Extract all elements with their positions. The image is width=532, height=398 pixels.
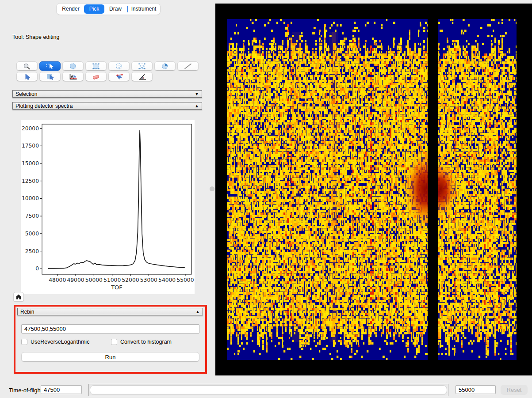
svg-text:17500: 17500	[22, 143, 39, 149]
pick-pixel-tool-button[interactable]	[16, 72, 38, 81]
magnifier-icon	[21, 63, 33, 70]
rebin-section-label: Rebin	[20, 309, 34, 315]
plotting-section-label: Plotting detector spectra	[15, 103, 73, 109]
time-of-flight-label: Time-of-flight	[9, 387, 42, 394]
instrument-view-window: Render Pick Draw Instrument Tool: Shape …	[0, 0, 532, 398]
edit-shape-tool-button[interactable]	[39, 61, 61, 71]
tab-pick[interactable]: Pick	[84, 4, 104, 14]
svg-text:15000: 15000	[22, 160, 39, 167]
svg-text:49000: 49000	[67, 277, 84, 283]
svg-text:θ: θ	[142, 76, 144, 80]
svg-text:52000: 52000	[122, 277, 139, 283]
peak-plot-icon	[67, 73, 79, 80]
tof-max-input[interactable]	[455, 385, 496, 394]
detector-bank-right[interactable]	[438, 19, 517, 360]
svg-text:10000: 10000	[22, 195, 39, 201]
dashed-ring-icon	[113, 63, 125, 70]
rebin-section: Rebin ▲ UseReverseLogarithmic Convert to…	[14, 305, 207, 374]
svg-text:20000: 20000	[22, 125, 39, 132]
panel-splitter-handle[interactable]	[210, 186, 214, 191]
draw-ellipse-ring-tool-button[interactable]	[108, 61, 130, 71]
tool-status-text: Tool: Shape editing	[12, 34, 59, 40]
draw-ellipse-tool-button[interactable]	[62, 61, 84, 71]
erase-peak-tool-button[interactable]	[85, 72, 107, 81]
rebin-params-input[interactable]	[21, 324, 199, 334]
checkbox-box[interactable]	[111, 339, 117, 345]
svg-text:50000: 50000	[85, 277, 103, 283]
svg-text:54000: 54000	[158, 277, 176, 283]
eraser-icon	[90, 73, 102, 80]
edit-shape-cursor-icon	[44, 63, 56, 70]
angle-theta-icon: θ	[136, 73, 148, 80]
collapse-arrow-icon: ▼	[195, 91, 199, 96]
view-tabbar: Render Pick Draw Instrument	[57, 4, 160, 15]
checkbox-label: Convert to histogram	[120, 339, 172, 345]
spectrum-plot[interactable]: 0250050007500100001250015000175002000048…	[21, 120, 195, 294]
draw-free-tool-button[interactable]	[177, 61, 199, 71]
draw-rectangle-ring-tool-button[interactable]	[131, 61, 153, 71]
tab-draw[interactable]: Draw	[104, 4, 126, 14]
add-peak-tool-button[interactable]	[62, 72, 84, 81]
instrument-detector-view[interactable]	[215, 4, 532, 375]
reset-button[interactable]: Reset	[501, 385, 528, 395]
tof-min-input[interactable]	[41, 385, 82, 394]
home-icon	[15, 294, 22, 300]
tof-range-handle[interactable]	[90, 385, 447, 395]
svg-text:51000: 51000	[103, 277, 121, 283]
spectrum-chart-svg: 0250050007500100001250015000175002000048…	[21, 120, 195, 294]
convert-to-histogram-checkbox[interactable]: Convert to histogram	[111, 339, 172, 345]
tab-separator	[127, 6, 128, 12]
tof-range-slider[interactable]	[88, 384, 448, 396]
svg-text:0: 0	[35, 265, 39, 272]
peak-compare-cursor-icon	[113, 73, 125, 80]
compare-peaks-tool-button[interactable]	[108, 72, 130, 81]
selection-section-header[interactable]: Selection ▼	[12, 90, 202, 98]
plot-home-button[interactable]	[13, 292, 24, 302]
draw-sector-tool-button[interactable]	[154, 61, 176, 71]
pick-toolbar-row2: θ	[16, 72, 153, 81]
pick-cursor-icon	[21, 73, 33, 80]
shape-toolbar-row1	[16, 61, 199, 71]
tab-render[interactable]: Render	[57, 4, 84, 14]
run-rebin-button[interactable]: Run	[21, 352, 199, 362]
rebin-section-header[interactable]: Rebin ▲	[17, 308, 203, 315]
svg-text:12500: 12500	[22, 178, 39, 184]
use-reverse-logarithmic-checkbox[interactable]: UseReverseLogarithmic	[21, 339, 89, 345]
plotting-section-header[interactable]: Plotting detector spectra ▲	[12, 102, 202, 110]
svg-text:2500: 2500	[25, 248, 39, 254]
dashed-rectangle-icon	[90, 63, 102, 70]
pick-tube-tool-button[interactable]	[39, 72, 61, 81]
sector-pie-icon	[159, 63, 171, 70]
tube-select-icon	[44, 73, 56, 80]
svg-text:48000: 48000	[49, 277, 66, 283]
selection-section-label: Selection	[15, 91, 37, 97]
svg-text:TOF: TOF	[111, 284, 122, 291]
expand-arrow-icon: ▲	[195, 103, 199, 108]
checkbox-box[interactable]	[21, 339, 27, 345]
dashed-rectangle-ring-icon	[136, 63, 148, 70]
checkbox-label: UseReverseLogarithmic	[31, 339, 89, 345]
align-peaks-tool-button[interactable]: θ	[131, 72, 153, 81]
zoom-tool-button[interactable]	[16, 61, 38, 71]
expand-arrow-icon: ▲	[195, 309, 200, 314]
detector-bank-left[interactable]	[227, 19, 428, 360]
svg-text:7500: 7500	[25, 213, 39, 219]
dashed-ellipse-icon	[67, 63, 79, 70]
pencil-line-icon	[182, 63, 194, 70]
svg-text:53000: 53000	[140, 277, 157, 283]
tab-instrument[interactable]: Instrument	[128, 4, 159, 14]
svg-text:55000: 55000	[176, 277, 194, 283]
svg-text:5000: 5000	[25, 231, 39, 237]
draw-rectangle-tool-button[interactable]	[85, 61, 107, 71]
